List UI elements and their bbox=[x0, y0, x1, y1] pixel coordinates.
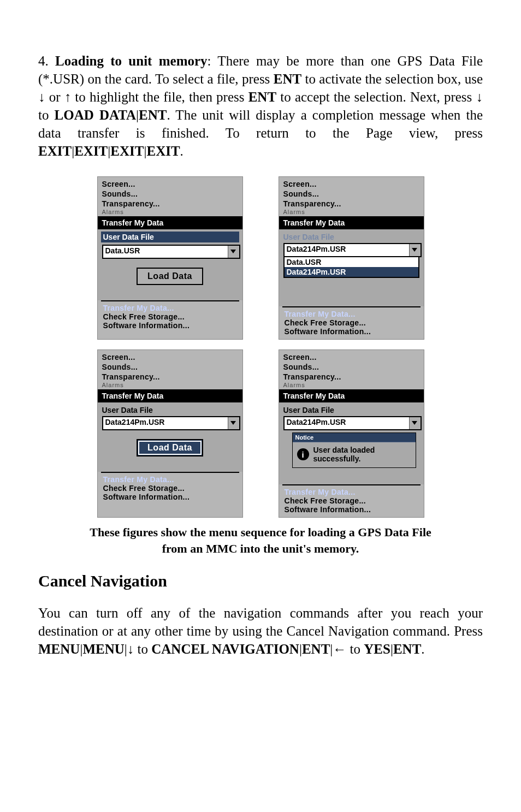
menu-item[interactable]: Sounds... bbox=[102, 362, 238, 372]
key-ent: ENT bbox=[139, 108, 167, 122]
device-screenshot-4: Screen... Sounds... Transparency... Alar… bbox=[279, 349, 424, 518]
menu-item[interactable]: Check Free Storage... bbox=[103, 312, 237, 321]
menu-item[interactable]: Transfer My Data... bbox=[285, 310, 418, 318]
dropdown-value: Data214Pm.USR bbox=[285, 244, 409, 256]
cmd-cancel-navigation: CANCEL NAVIGATION bbox=[151, 642, 299, 656]
menu-item-cutoff: Alarms bbox=[102, 209, 238, 215]
menu-item[interactable]: Software Information... bbox=[285, 327, 418, 336]
menu-item[interactable]: Software Information... bbox=[103, 493, 237, 501]
user-data-file-dropdown[interactable]: Data214Pm.USR bbox=[283, 243, 422, 257]
menu-item[interactable]: Sounds... bbox=[283, 189, 419, 199]
user-data-file-dropdown[interactable]: Data214Pm.USR bbox=[102, 416, 240, 430]
menu-item[interactable]: Transparency... bbox=[102, 372, 238, 382]
notice-popup: Notice i User data loaded successfully. bbox=[292, 432, 416, 468]
key-exit: EXIT bbox=[74, 144, 108, 158]
menu-item[interactable]: Transparency... bbox=[102, 199, 238, 209]
field-label-highlighted: User Data File bbox=[101, 232, 239, 242]
cmd-yes: YES bbox=[364, 642, 390, 656]
load-data-button[interactable]: Load Data bbox=[137, 268, 203, 285]
field-label: User Data File bbox=[102, 406, 238, 414]
dropdown-value: Data214Pm.USR bbox=[103, 417, 228, 429]
key-exit: EXIT bbox=[110, 144, 144, 158]
menu-item[interactable]: Sounds... bbox=[102, 189, 238, 199]
key-exit: EXIT bbox=[146, 144, 180, 158]
cancel-navigation-paragraph: You can turn off any of the navigation c… bbox=[38, 604, 483, 658]
dropdown-option-selected[interactable]: Data214Pm.USR bbox=[285, 267, 418, 277]
menu-item-cutoff: Alarms bbox=[283, 209, 419, 215]
menu-item[interactable]: Transfer My Data... bbox=[103, 304, 237, 312]
dialog-title: Transfer My Data bbox=[98, 216, 242, 229]
dialog-title: Transfer My Data bbox=[98, 389, 242, 402]
step-heading: Loading to unit memory bbox=[55, 54, 208, 68]
menu-item[interactable]: Screen... bbox=[102, 352, 238, 362]
dropdown-value: Data.USR bbox=[103, 246, 228, 258]
menu-item-cutoff: Alarms bbox=[283, 382, 419, 388]
dropdown-listbox[interactable]: Data.USR Data214Pm.USR bbox=[283, 256, 419, 278]
dropdown-value: Data214Pm.USR bbox=[285, 417, 409, 429]
load-data-button-active[interactable]: Load Data bbox=[137, 439, 203, 457]
key-menu: MENU bbox=[38, 642, 80, 656]
menu-item[interactable]: Check Free Storage... bbox=[103, 484, 237, 493]
dropdown-arrow-icon[interactable] bbox=[409, 244, 421, 256]
dropdown-arrow-icon[interactable] bbox=[228, 246, 239, 258]
menu-item[interactable]: Transfer My Data... bbox=[285, 488, 418, 496]
menu-item[interactable]: Transparency... bbox=[283, 199, 419, 209]
menu-item[interactable]: Software Information... bbox=[103, 321, 237, 330]
device-screenshot-3: Screen... Sounds... Transparency... Alar… bbox=[97, 349, 243, 518]
user-data-file-dropdown[interactable]: Data214Pm.USR bbox=[283, 416, 422, 430]
menu-item[interactable]: Screen... bbox=[102, 179, 238, 189]
device-screenshot-1: Screen... Sounds... Transparency... Alar… bbox=[97, 176, 243, 340]
key-ent: ENT bbox=[274, 72, 301, 86]
menu-item[interactable]: Software Information... bbox=[285, 505, 418, 514]
field-label: User Data File bbox=[283, 406, 419, 414]
key-ent: ENT bbox=[393, 642, 421, 656]
notice-title: Notice bbox=[293, 433, 416, 442]
dropdown-arrow-icon[interactable] bbox=[409, 417, 421, 429]
intro-paragraph: 4. Loading to unit memory: There may be … bbox=[38, 52, 483, 160]
menu-item[interactable]: Sounds... bbox=[283, 362, 419, 372]
menu-item[interactable]: Transfer My Data... bbox=[103, 475, 237, 484]
key-menu: MENU bbox=[82, 642, 124, 656]
user-data-file-dropdown[interactable]: Data.USR bbox=[102, 245, 240, 259]
key-ent: ENT bbox=[248, 90, 276, 104]
notice-message: User data loaded successfully. bbox=[313, 446, 375, 463]
dialog-title: Transfer My Data bbox=[279, 216, 424, 229]
cmd-load-data: LOAD DATA bbox=[55, 108, 136, 122]
device-screenshot-2: Screen... Sounds... Transparency... Alar… bbox=[279, 176, 424, 340]
menu-item[interactable]: Screen... bbox=[283, 352, 419, 362]
dialog-title: Transfer My Data bbox=[279, 389, 424, 402]
dropdown-arrow-icon[interactable] bbox=[228, 417, 239, 429]
menu-item-cutoff: Alarms bbox=[102, 382, 238, 388]
key-exit: EXIT bbox=[38, 144, 72, 158]
section-heading-cancel-navigation: Cancel Navigation bbox=[38, 572, 483, 590]
menu-item[interactable]: Check Free Storage... bbox=[285, 496, 418, 505]
menu-item[interactable]: Check Free Storage... bbox=[285, 318, 418, 327]
info-icon: i bbox=[297, 448, 309, 460]
menu-item[interactable]: Transparency... bbox=[283, 372, 419, 382]
field-label: User Data File bbox=[283, 233, 419, 241]
figure-caption: These figures show the menu sequence for… bbox=[38, 524, 483, 556]
menu-item[interactable]: Screen... bbox=[283, 179, 419, 189]
step-number: 4. bbox=[38, 54, 55, 68]
key-ent: ENT bbox=[302, 642, 330, 656]
dropdown-option[interactable]: Data.USR bbox=[285, 257, 418, 267]
